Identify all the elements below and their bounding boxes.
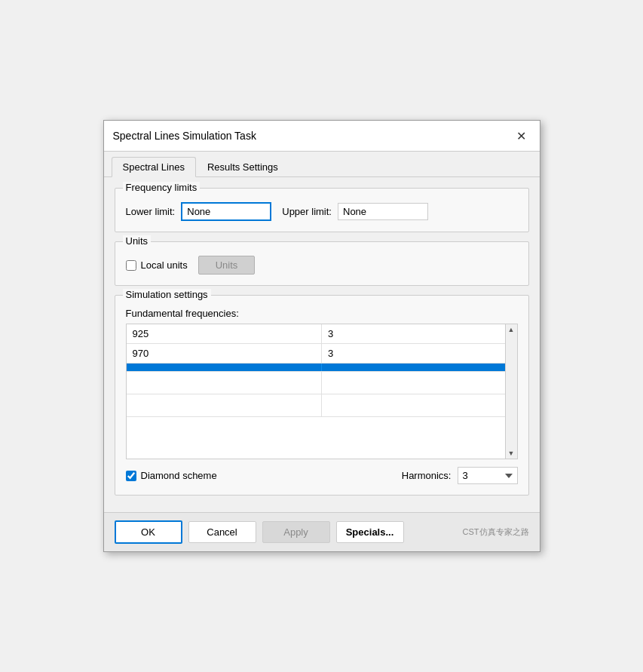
- table-cell-empty-2: [322, 372, 517, 394]
- frequency-row: Lower limit: Upper limit:: [126, 202, 518, 221]
- diamond-scheme-checkbox[interactable]: [126, 471, 136, 481]
- lower-limit-label: Lower limit:: [126, 206, 176, 217]
- frequency-limits-label: Frequency limits: [123, 182, 201, 193]
- fundamental-frequencies-label: Fundamental frequencies:: [126, 308, 518, 319]
- tab-results-settings[interactable]: Results Settings: [196, 157, 289, 177]
- apply-button[interactable]: Apply: [262, 521, 330, 543]
- table-row-empty[interactable]: [127, 372, 517, 394]
- upper-limit-input[interactable]: [338, 203, 428, 220]
- close-button[interactable]: ✕: [513, 127, 531, 145]
- table-cell-empty-1: [127, 372, 323, 394]
- table-cell-harm-3: [322, 364, 517, 371]
- watermark-text: CST仿真专家之路: [463, 526, 529, 538]
- units-section: Units Local units Units: [115, 241, 529, 286]
- harmonics-select[interactable]: 3 1 2 4 5: [458, 467, 518, 484]
- upper-limit-group: Upper limit:: [282, 203, 428, 220]
- table-cell-empty-4: [322, 394, 517, 416]
- table-row[interactable]: 925 3: [127, 324, 517, 344]
- local-units-label: Local units: [141, 259, 188, 271]
- scroll-down-icon[interactable]: ▼: [508, 450, 515, 457]
- simulation-settings-section: Simulation settings Fundamental frequenc…: [115, 295, 529, 496]
- table-row-empty[interactable]: [127, 394, 517, 417]
- dialog-title: Spectral Lines Simulation Task: [113, 130, 256, 142]
- specials-button[interactable]: Specials...: [336, 521, 404, 543]
- title-bar: Spectral Lines Simulation Task ✕: [104, 121, 540, 152]
- simulation-settings-label: Simulation settings: [123, 289, 211, 300]
- harmonics-label: Harmonics:: [402, 470, 452, 481]
- diamond-scheme-group: Diamond scheme: [126, 470, 217, 481]
- upper-limit-label: Upper limit:: [282, 206, 332, 217]
- table-cell-harm-1: 3: [322, 324, 517, 343]
- frequency-limits-section: Frequency limits Lower limit: Upper limi…: [115, 188, 529, 232]
- table-row[interactable]: 970 3: [127, 344, 517, 364]
- button-bar: OK Cancel Apply Specials... CST仿真专家之路: [104, 512, 540, 551]
- tab-bar: Spectral Lines Results Settings: [104, 152, 540, 177]
- tab-spectral-lines[interactable]: Spectral Lines: [112, 157, 196, 177]
- units-section-label: Units: [123, 235, 152, 247]
- local-units-checkbox[interactable]: [126, 260, 136, 271]
- dialog-container: Spectral Lines Simulation Task ✕ Spectra…: [103, 120, 540, 552]
- local-units-group: Local units: [126, 259, 188, 271]
- table-row-selected[interactable]: [127, 364, 517, 372]
- diamond-scheme-label: Diamond scheme: [141, 470, 217, 481]
- bottom-options: Diamond scheme Harmonics: 3 1 2 4 5: [126, 467, 518, 484]
- scroll-up-icon[interactable]: ▲: [508, 326, 515, 333]
- frequency-table[interactable]: 925 3 970 3: [126, 324, 518, 459]
- ok-button[interactable]: OK: [115, 520, 182, 544]
- table-cell-empty-3: [127, 394, 323, 416]
- harmonics-group: Harmonics: 3 1 2 4 5: [402, 467, 518, 484]
- table-cell-freq-3: [127, 364, 323, 371]
- lower-limit-input[interactable]: [181, 202, 271, 221]
- content-area: Frequency limits Lower limit: Upper limi…: [104, 177, 540, 512]
- table-cell-harm-2: 3: [322, 344, 517, 363]
- table-body: 925 3 970 3: [127, 324, 517, 417]
- lower-limit-group: Lower limit:: [126, 202, 272, 221]
- scrollbar[interactable]: ▲ ▼: [505, 324, 517, 459]
- units-row: Local units Units: [126, 256, 518, 275]
- table-cell-freq-1: 925: [127, 324, 323, 343]
- units-button[interactable]: Units: [198, 256, 256, 275]
- cancel-button[interactable]: Cancel: [188, 521, 256, 543]
- table-cell-freq-2: 970: [127, 344, 323, 363]
